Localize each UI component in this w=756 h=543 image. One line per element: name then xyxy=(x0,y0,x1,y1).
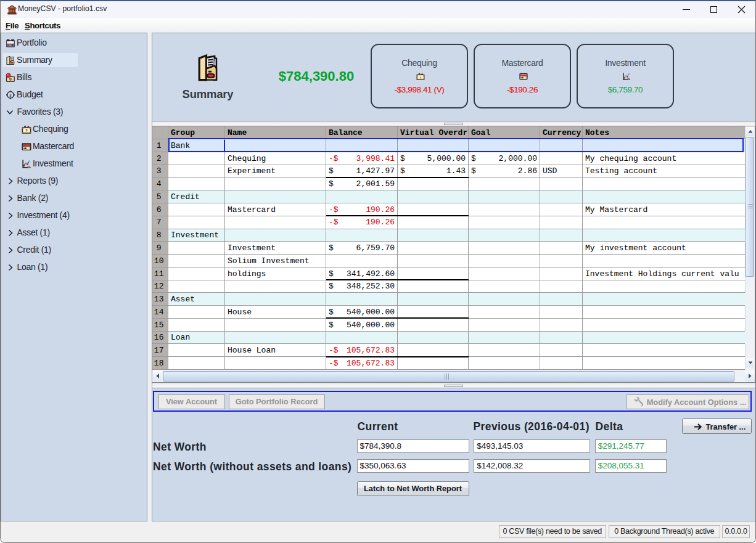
svg-text:$: $ xyxy=(420,76,422,79)
svg-text:$: $ xyxy=(25,129,27,133)
svg-text:$: $ xyxy=(9,92,12,97)
